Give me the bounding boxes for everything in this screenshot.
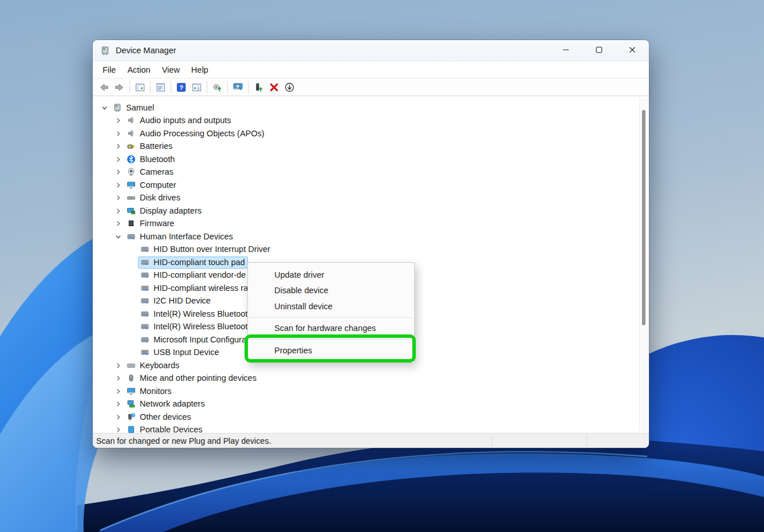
window-title: Device Manager	[116, 46, 176, 55]
tree-item-computer[interactable]: Computer	[93, 179, 649, 192]
menu-file[interactable]: File	[97, 62, 121, 78]
uninstall-device-icon[interactable]	[266, 80, 282, 94]
context-item-disable-device[interactable]: Disable device	[248, 283, 414, 299]
tree-item-content: Keyboards	[125, 360, 182, 371]
tree-item-network-adapters[interactable]: Network adapters	[93, 398, 649, 411]
tree-item-label: Firmware	[140, 219, 174, 228]
tree-item-label: Keyboards	[140, 361, 179, 370]
context-item-scan-for-hardware-changes[interactable]: Scan for hardware changes	[248, 321, 414, 337]
toolbar-separator	[171, 81, 171, 93]
tree-item-content: HID Button over Interrupt Driver	[139, 244, 273, 255]
camera-icon	[126, 167, 136, 176]
hid-icon	[140, 322, 150, 331]
back-icon[interactable]	[96, 80, 112, 94]
chevron-spacer	[125, 309, 139, 318]
chevron-down-icon[interactable]	[97, 103, 111, 112]
chevron-down-icon[interactable]	[111, 232, 125, 241]
tree-item-display-adapters[interactable]: Display adapters	[93, 204, 649, 218]
chevron-right-icon[interactable]	[111, 412, 125, 421]
help-icon[interactable]: ?	[174, 80, 189, 94]
battery-icon	[126, 141, 136, 151]
firmware-icon	[126, 219, 136, 228]
context-item-properties[interactable]: Properties	[248, 342, 414, 358]
context-item-update-driver[interactable]: Update driver	[248, 267, 414, 283]
chevron-right-icon[interactable]	[111, 361, 125, 370]
maximize-button[interactable]	[582, 40, 616, 61]
forward-icon[interactable]	[112, 80, 127, 94]
speaker-icon	[126, 116, 136, 125]
tree-item-label: Computer	[140, 180, 176, 190]
tree-item-content: Human Interface Devices	[125, 231, 235, 242]
tree-item-human-interface-devices[interactable]: Human Interface Devices	[93, 230, 649, 243]
chevron-spacer	[125, 297, 139, 306]
tree-item-content: Bluetooth	[125, 154, 177, 165]
tree-item-audio-inputs-and-outputs[interactable]: Audio inputs and outputs	[93, 115, 649, 128]
titlebar: Device Manager	[93, 40, 649, 61]
tree-item-hid-button-over-interrupt-driver[interactable]: HID Button over Interrupt Driver	[93, 243, 649, 257]
tree-item-content: Firmware	[125, 218, 176, 229]
toolbar-separator	[150, 81, 151, 93]
chevron-right-icon[interactable]	[111, 374, 125, 383]
tree-item-cameras[interactable]: Cameras	[93, 166, 649, 179]
chevron-right-icon[interactable]	[111, 387, 125, 396]
chevron-right-icon[interactable]	[111, 129, 125, 138]
tree-item-content: USB Input Device	[139, 347, 221, 358]
tree-item-content: HID-compliant touch pad	[139, 257, 247, 268]
tree-item-batteries[interactable]: Batteries	[93, 140, 649, 153]
tree-item-disk-drives[interactable]: Disk drives	[93, 192, 649, 205]
tree-item-label: Cameras	[140, 167, 174, 176]
chevron-right-icon[interactable]	[111, 142, 125, 151]
device-manager-window: Device Manager FileActionViewHelp ? Samu…	[93, 40, 649, 448]
chevron-right-icon[interactable]	[111, 425, 125, 433]
properties-sheet-icon[interactable]	[153, 80, 168, 94]
status-bar-divider	[491, 435, 492, 447]
chevron-right-icon[interactable]	[111, 116, 125, 125]
tree-item-bluetooth[interactable]: Bluetooth	[93, 153, 649, 166]
update-driver-icon[interactable]	[210, 80, 225, 94]
tree-item-firmware[interactable]: Firmware	[93, 218, 649, 231]
tree-item-label: Batteries	[140, 141, 172, 151]
tree-item-content: Microsoft Input Configura	[139, 334, 249, 345]
chevron-right-icon[interactable]	[111, 219, 125, 228]
tree-item-content: Intel(R) Wireless Bluetooth	[139, 321, 254, 332]
menu-bar: FileActionViewHelp	[93, 61, 649, 78]
tree-item-label: HID Button over Interrupt Driver	[153, 245, 270, 254]
tree-item-other-devices[interactable]: ?Other devices	[93, 411, 649, 424]
context-menu-separator	[249, 339, 413, 340]
computer-icon	[112, 103, 123, 112]
chevron-right-icon[interactable]	[111, 206, 125, 215]
tree-item-mice-and-other-pointing-devices[interactable]: Mice and other pointing devices	[93, 372, 649, 385]
minimize-button[interactable]	[549, 40, 582, 61]
scrollbar-thumb[interactable]	[642, 110, 645, 325]
context-item-uninstall-device[interactable]: Uninstall device	[248, 298, 414, 314]
scrollbar-track[interactable]	[639, 97, 648, 432]
update-device-icon[interactable]	[251, 80, 266, 94]
tree-item-audio-processing-objects-apos[interactable]: Audio Processing Objects (APOs)	[93, 127, 649, 140]
close-button[interactable]	[616, 40, 649, 61]
chevron-right-icon[interactable]	[111, 180, 125, 190]
show-console-tree-icon[interactable]	[132, 80, 148, 94]
tree-item-label: Microsoft Input Configura	[153, 335, 246, 344]
tree-item-content: ?Other devices	[125, 412, 193, 423]
scan-hardware-icon[interactable]	[230, 80, 246, 94]
status-bar-divider	[586, 435, 587, 447]
tree-item-label: Intel(R) Wireless Bluetooth	[153, 322, 252, 331]
menu-action[interactable]: Action	[121, 62, 156, 78]
menu-help[interactable]: Help	[186, 62, 214, 78]
menu-view[interactable]: View	[156, 62, 186, 78]
action-pane-icon[interactable]	[189, 80, 204, 94]
chevron-right-icon[interactable]	[111, 168, 125, 177]
tree-item-label: Human Interface Devices	[140, 232, 233, 241]
chevron-right-icon[interactable]	[111, 400, 125, 409]
tree-item-portable-devices[interactable]: Portable Devices	[93, 424, 649, 434]
tree-item-label: Disk drives	[140, 193, 180, 202]
disable-device-icon[interactable]	[282, 80, 297, 94]
tree-item-content: HID-compliant vendor-de	[139, 270, 248, 281]
speaker-icon	[126, 129, 136, 138]
chevron-spacer	[125, 335, 139, 344]
tree-item-label: Audio Processing Objects (APOs)	[140, 129, 265, 138]
chevron-right-icon[interactable]	[111, 194, 125, 203]
chevron-right-icon[interactable]	[111, 155, 125, 164]
tree-item-samuel[interactable]: Samuel	[93, 101, 649, 115]
tree-item-monitors[interactable]: Monitors	[93, 385, 649, 398]
